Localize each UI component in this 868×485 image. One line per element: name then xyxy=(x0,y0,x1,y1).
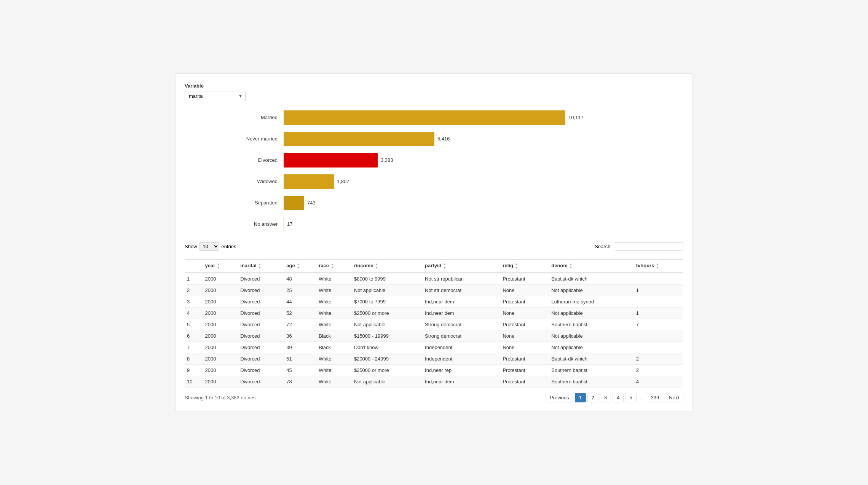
cell-relig: Protestant xyxy=(500,353,549,364)
bar-track: 10,117 xyxy=(284,110,683,125)
bar-label: Never married xyxy=(185,136,284,142)
cell-rownum: 1 xyxy=(185,273,203,285)
col-header-age[interactable]: age▲▼ xyxy=(284,259,316,273)
cell-race: White xyxy=(316,296,352,307)
col-header-rincome[interactable]: rincome▲▼ xyxy=(352,259,423,273)
cell-age: 25 xyxy=(284,284,316,296)
cell-year: 2000 xyxy=(203,296,238,307)
cell-relig: Protestant xyxy=(500,376,549,387)
cell-year: 2000 xyxy=(203,319,238,330)
cell-race: White xyxy=(316,273,352,285)
bar-track: 17 xyxy=(284,217,683,231)
table-row: 12000Divorced48White$8000 to 9999Not str… xyxy=(185,273,683,285)
cell-marital: Divorced xyxy=(238,364,284,376)
cell-rownum: 7 xyxy=(185,341,203,353)
cell-rownum: 8 xyxy=(185,353,203,364)
cell-rincome: $20000 - 24999 xyxy=(352,353,423,364)
pagination-page-1[interactable]: 1 xyxy=(575,393,586,402)
cell-tvhours: 7 xyxy=(634,319,683,330)
col-header-marital[interactable]: marital▲▼ xyxy=(238,259,284,273)
cell-tvhours: 1 xyxy=(634,307,683,319)
cell-year: 2000 xyxy=(203,376,238,387)
cell-age: 78 xyxy=(284,376,316,387)
bar-label: Married xyxy=(185,115,284,120)
cell-race: Black xyxy=(316,330,352,341)
cell-partyid: Not str republican xyxy=(423,273,500,285)
col-header-race[interactable]: race▲▼ xyxy=(316,259,352,273)
cell-age: 45 xyxy=(284,364,316,376)
entries-label: entries xyxy=(222,244,236,249)
chart-bar-row: Divorced 3,383 xyxy=(185,152,683,169)
pagination-page-4[interactable]: 4 xyxy=(613,393,624,402)
table-row: 72000Divorced39BlackDon't knowIndependen… xyxy=(185,341,683,353)
chart-bar-row: Married 10,117 xyxy=(185,109,683,126)
col-header-denom[interactable]: denom▲▼ xyxy=(549,259,633,273)
show-label: Show xyxy=(185,244,197,249)
cell-relig: None xyxy=(500,341,549,353)
col-header-relig[interactable]: relig▲▼ xyxy=(500,259,549,273)
col-header-tvhours[interactable]: tvhours▲▼ xyxy=(634,259,683,273)
cell-rincome: $15000 - 19999 xyxy=(352,330,423,341)
sort-icon: ▲▼ xyxy=(569,263,573,270)
cell-rownum: 3 xyxy=(185,296,203,307)
sort-icon: ▲▼ xyxy=(515,263,518,270)
cell-rownum: 10 xyxy=(185,376,203,387)
cell-marital: Divorced xyxy=(238,330,284,341)
pagination-info: Showing 1 to 10 of 3,383 entries xyxy=(185,395,255,400)
cell-partyid: Independent xyxy=(423,341,500,353)
cell-denom: Not applicable xyxy=(549,284,633,296)
variable-label: Variable xyxy=(185,83,683,89)
cell-relig: None xyxy=(500,307,549,319)
pagination-next[interactable]: Next xyxy=(665,393,683,402)
cell-rincome: Not applicable xyxy=(352,376,423,387)
cell-rincome: $25000 or more xyxy=(352,307,423,319)
sort-icon: ▲▼ xyxy=(375,263,378,270)
table-row: 62000Divorced36Black$15000 - 19999Strong… xyxy=(185,330,683,341)
col-header-rownum[interactable] xyxy=(185,259,203,273)
cell-year: 2000 xyxy=(203,353,238,364)
cell-race: White xyxy=(316,319,352,330)
variable-select[interactable]: marital age race rincome partyid relig d… xyxy=(185,91,246,101)
entries-select[interactable]: 10 25 50 100 xyxy=(199,242,219,251)
cell-denom: Southern baptist xyxy=(549,364,633,376)
cell-marital: Divorced xyxy=(238,307,284,319)
search-input[interactable] xyxy=(615,242,683,251)
cell-tvhours xyxy=(634,330,683,341)
cell-relig: None xyxy=(500,330,549,341)
cell-partyid: Strong democrat xyxy=(423,319,500,330)
pagination-page-3[interactable]: 3 xyxy=(600,393,611,402)
pagination-page-339[interactable]: 339 xyxy=(647,393,664,402)
table-row: 82000Divorced51White$20000 - 24999Indepe… xyxy=(185,353,683,364)
cell-tvhours: 2 xyxy=(634,364,683,376)
cell-marital: Divorced xyxy=(238,273,284,285)
chart-bar-row: Separated 743 xyxy=(185,194,683,212)
cell-rincome: $7000 to 7999 xyxy=(352,296,423,307)
cell-partyid: Ind,near dem xyxy=(423,296,500,307)
pagination-page-5[interactable]: 5 xyxy=(625,393,636,402)
cell-rincome: Don't know xyxy=(352,341,423,353)
cell-relig: Protestant xyxy=(500,364,549,376)
bar-track: 1,807 xyxy=(284,174,683,189)
cell-age: 36 xyxy=(284,330,316,341)
bar-label: Divorced xyxy=(185,157,284,163)
cell-year: 2000 xyxy=(203,284,238,296)
sort-icon: ▲▼ xyxy=(656,263,659,270)
bar-value: 1,807 xyxy=(337,179,349,184)
chart-bar-row: Widowed 1,807 xyxy=(185,173,683,190)
cell-year: 2000 xyxy=(203,273,238,285)
col-header-year[interactable]: year▲▼ xyxy=(203,259,238,273)
bar-label: No answer xyxy=(185,221,284,227)
cell-rownum: 2 xyxy=(185,284,203,296)
col-header-partyid[interactable]: partyid▲▼ xyxy=(423,259,500,273)
pagination-page-2[interactable]: 2 xyxy=(587,393,598,402)
data-table: year▲▼marital▲▼age▲▼race▲▼rincome▲▼party… xyxy=(185,259,683,388)
pagination-previous[interactable]: Previous xyxy=(546,393,573,402)
cell-denom: Southern baptist xyxy=(549,319,633,330)
cell-age: 44 xyxy=(284,296,316,307)
cell-tvhours xyxy=(634,296,683,307)
table-row: 52000Divorced72WhiteNot applicableStrong… xyxy=(185,319,683,330)
search-label: Search: xyxy=(595,244,612,249)
cell-tvhours: 1 xyxy=(634,284,683,296)
cell-race: White xyxy=(316,364,352,376)
cell-year: 2000 xyxy=(203,341,238,353)
